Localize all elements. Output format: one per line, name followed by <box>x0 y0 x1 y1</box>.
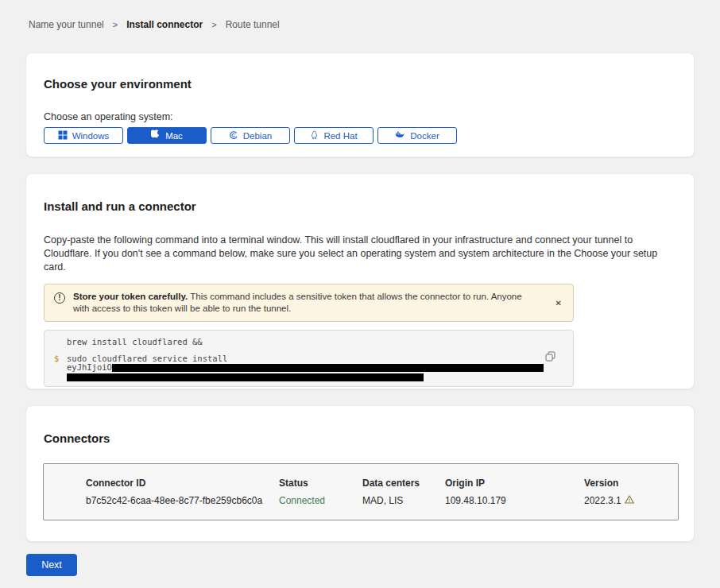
token-line: eyJhIjoiO <box>67 363 573 373</box>
os-button-label: Red Hat <box>323 131 357 141</box>
code-line-2: sudo cloudflared service install <box>67 354 573 363</box>
environment-card-title: Choose your environment <box>44 77 676 91</box>
col-header-connector-id: Connector ID <box>86 478 279 489</box>
col-header-version: Version <box>584 478 678 489</box>
code-line-1: brew install cloudflared && <box>67 338 573 346</box>
os-button-redhat[interactable]: Red Hat <box>294 127 374 144</box>
os-select-label: Choose an operating system: <box>44 111 676 122</box>
os-button-group: Windows Mac Debian Red Hat Docker <box>44 127 676 144</box>
os-button-windows[interactable]: Windows <box>44 127 123 144</box>
environment-card: Choose your environment Choose an operat… <box>25 52 695 157</box>
os-button-docker[interactable]: Docker <box>377 127 457 144</box>
col-header-status: Status <box>279 478 362 489</box>
version-value: 2022.3.1 <box>584 495 621 506</box>
redacted-token-bar <box>67 373 424 381</box>
breadcrumb-step-name-your-tunnel[interactable]: Name your tunnel <box>29 19 104 30</box>
shell-prompt: $ <box>54 354 59 363</box>
cell-status: Connected <box>279 495 362 506</box>
connectors-card-title: Connectors <box>44 431 676 445</box>
connectors-card: Connectors Connector ID b7c52c42-6caa-48… <box>25 405 695 542</box>
warning-text: Store your token carefully. This command… <box>73 291 540 315</box>
token-prefix: eyJhIjoiO <box>67 362 112 372</box>
docker-icon <box>395 130 405 141</box>
connectors-table: Connector ID b7c52c42-6caa-48ee-8c77-fbe… <box>43 463 679 520</box>
cell-connector-id: b7c52c42-6caa-48ee-8c77-fbe259cb6c0a <box>86 495 279 506</box>
install-description: Copy-paste the following command into a … <box>44 234 675 274</box>
warning-triangle-icon <box>625 495 634 506</box>
install-card: Install and run a connector Copy-paste t… <box>25 173 695 389</box>
code-block: brew install cloudflared && $ sudo cloud… <box>44 330 574 387</box>
next-button[interactable]: Next <box>26 554 77 576</box>
os-button-label: Docker <box>410 131 439 141</box>
os-button-label: Debian <box>243 131 272 141</box>
breadcrumb: Name your tunnel > Install connector > R… <box>0 0 720 30</box>
alert-circle-icon: ! <box>54 292 65 304</box>
token-warning-banner: ! Store your token carefully. This comma… <box>44 284 574 322</box>
redhat-icon <box>310 130 319 141</box>
warning-title: Store your token carefully. <box>73 292 188 301</box>
breadcrumb-step-install-connector[interactable]: Install connector <box>126 19 203 30</box>
cell-origin-ip: 109.48.10.179 <box>445 495 584 506</box>
breadcrumb-separator: > <box>211 20 216 29</box>
col-header-data-centers: Data centers <box>362 478 445 489</box>
os-button-label: Mac <box>165 131 183 141</box>
debian-icon <box>229 130 238 141</box>
close-icon[interactable]: ✕ <box>555 299 562 308</box>
os-button-label: Windows <box>72 131 110 141</box>
windows-icon <box>58 130 68 141</box>
os-button-mac[interactable]: Mac <box>127 127 207 144</box>
redacted-token-bar <box>112 364 544 372</box>
install-card-title: Install and run a connector <box>44 199 676 213</box>
breadcrumb-step-route-tunnel[interactable]: Route tunnel <box>226 19 280 30</box>
breadcrumb-separator: > <box>113 20 118 29</box>
apple-icon <box>151 130 161 141</box>
copy-icon[interactable] <box>544 350 557 366</box>
os-button-debian[interactable]: Debian <box>211 127 290 144</box>
col-header-origin-ip: Origin IP <box>445 478 584 489</box>
cell-version: 2022.3.1 <box>584 495 678 506</box>
cell-data-centers: MAD, LIS <box>362 495 445 506</box>
